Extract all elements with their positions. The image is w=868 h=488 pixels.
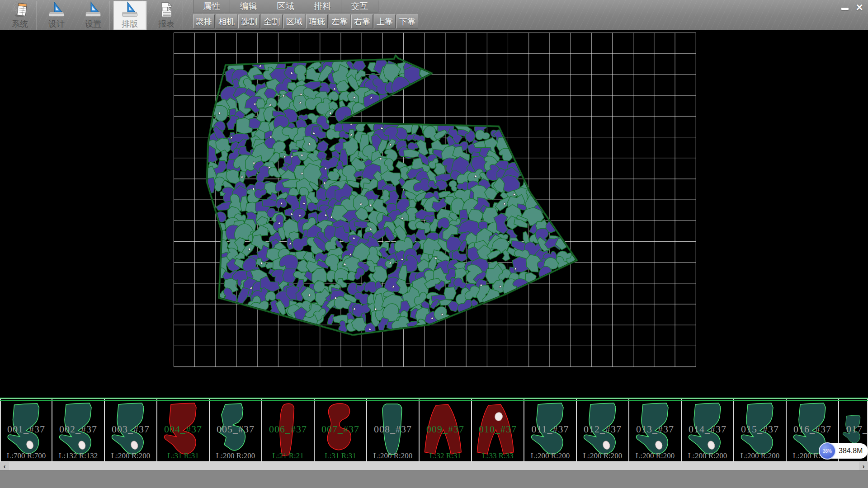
menu-tab-bar: 属性编辑区域排料交互 [193, 0, 419, 13]
app-button-system[interactable]: 系统 [4, 1, 37, 30]
app-button-label: 排版 [122, 19, 138, 29]
minimize-icon [841, 8, 849, 10]
piece-thumbnail[interactable]: 004_#37L:31 R:31 [157, 399, 210, 462]
piece-id-label: 015_#37 [734, 423, 786, 435]
piece-lr-count: L:200 R:200 [105, 451, 156, 460]
piece-id-label: 005_#37 [210, 423, 261, 435]
horizontal-scrollbar[interactable]: ‹ › [0, 462, 868, 470]
toolbar: 系统 设计 设置 [0, 0, 868, 30]
piece-lr-count: L:200 R:200 [210, 451, 261, 460]
piece-thumbnail[interactable]: 013_#37L:200 R:200 [629, 399, 682, 462]
piece-thumbnail[interactable]: 001_#37L:700 R:700 [0, 399, 52, 462]
piece-thumbnail[interactable]: 011_#37L:200 R:200 [524, 399, 577, 462]
piece-lr-count: L:32 R:31 [420, 451, 471, 460]
app-button-settings[interactable]: 设置 [77, 1, 110, 30]
nesting-svg [0, 30, 868, 398]
piece-lr-count: L:200 R:200 [524, 451, 576, 460]
scroll-left-arrow[interactable]: ‹ [0, 462, 9, 470]
piece-id-label: 007_#37 [315, 423, 366, 435]
tool-cut-all[interactable]: 全割 [261, 14, 283, 28]
piece-lr-count: L:31 R:31 [315, 451, 366, 460]
menu-tab-region[interactable]: 区域 [267, 0, 304, 13]
piece-id-label: 009_#37 [420, 423, 471, 435]
piece-thumbnail[interactable]: 007_#37L:31 R:31 [315, 399, 367, 462]
piece-thumbnail[interactable]: 005_#37L:200 R:200 [210, 399, 262, 462]
design-icon [47, 1, 66, 19]
tool-snap-left[interactable]: 左靠 [329, 14, 350, 28]
system-icon [11, 1, 29, 19]
piece-lr-count: L:200 R:200 [629, 451, 681, 460]
app-button-label: 报表 [158, 19, 175, 29]
memory-usage-badge: 38% 384.8M [820, 443, 868, 459]
piece-id-label: 002_#37 [52, 423, 104, 435]
piece-lr-count: L:200 R:200 [577, 451, 628, 460]
app-button-report[interactable]: 报表 [150, 1, 183, 30]
scroll-right-arrow[interactable]: › [859, 462, 868, 470]
tool-defect[interactable]: 瑕疵 [306, 14, 328, 28]
piece-lr-count: L:200 R:200 [734, 451, 786, 460]
app-button-label: 设置 [85, 19, 101, 29]
window-controls: × [839, 1, 866, 13]
nesting-canvas[interactable] [0, 30, 868, 398]
piece-thumbnail[interactable]: 010_#37L:33 R:33 [472, 399, 524, 462]
menu-tab-properties[interactable]: 属性 [193, 0, 230, 13]
piece-id-label: 013_#37 [629, 423, 681, 435]
tool-camera[interactable]: 相机 [216, 14, 237, 28]
tool-snap-right[interactable]: 右靠 [351, 14, 373, 28]
piece-lr-count: L:200 R:200 [682, 451, 733, 460]
piece-id-label: 004_#37 [157, 423, 209, 435]
piece-thumbnail[interactable]: 012_#37L:200 R:200 [577, 399, 629, 462]
close-icon: × [856, 1, 863, 13]
piece-id-label: 012_#37 [577, 423, 628, 435]
piece-id-label: 011_#37 [524, 423, 576, 435]
piece-id-label: 003_#37 [105, 423, 156, 435]
scrollbar-track[interactable] [9, 462, 859, 470]
piece-thumbnail[interactable]: 002_#37L:132 R:132 [52, 399, 105, 462]
tool-snap-bottom[interactable]: 下靠 [396, 14, 418, 28]
piece-id-label: 001_#37 [1, 423, 52, 435]
layout-icon [121, 1, 139, 19]
menu-tab-nesting[interactable]: 排料 [304, 0, 341, 13]
piece-lr-count: L:200 R:200 [367, 451, 419, 460]
piece-thumbnail[interactable]: 015_#37L:200 R:200 [734, 399, 787, 462]
piece-lr-count: L:31 R:31 [157, 451, 209, 460]
menu-tab-edit[interactable]: 编辑 [230, 0, 267, 13]
minimize-button[interactable] [839, 1, 851, 13]
piece-lr-count: L:700 R:700 [1, 451, 52, 460]
piece-lr-count: L:21 R:21 [262, 451, 314, 460]
piece-thumbnail[interactable]: 003_#37L:200 R:200 [105, 399, 157, 462]
piece-id-label: 008_#37 [367, 423, 419, 435]
tool-select-cut[interactable]: 选割 [238, 14, 260, 28]
progress-circle: 38% [819, 442, 836, 460]
status-bar [0, 470, 868, 488]
piece-lr-count: L:33 R:33 [472, 451, 524, 460]
piece-lr-count: L:132 R:132 [52, 451, 104, 460]
piece-thumbnail[interactable]: 014_#37L:200 R:200 [682, 399, 734, 462]
app-button-group: 系统 设计 设置 [0, 0, 183, 30]
tool-button-bar: 聚排相机选割全割区域瑕疵左靠右靠上靠下靠 [193, 14, 419, 28]
progress-percent: 38% [823, 449, 832, 454]
menu-tab-interact[interactable]: 交互 [341, 0, 378, 13]
tool-cluster-nest[interactable]: 聚排 [193, 14, 215, 28]
app-button-label: 系统 [12, 19, 28, 29]
tool-region[interactable]: 区域 [283, 14, 305, 28]
report-icon [157, 1, 175, 19]
piece-id-label: 014_#37 [682, 423, 733, 435]
piece-id-label: 017_#37 [839, 423, 868, 435]
app-button-label: 设计 [48, 19, 65, 29]
piece-id-label: 006_#37 [262, 423, 314, 435]
tool-snap-top[interactable]: 上靠 [374, 14, 396, 28]
piece-id-label: 016_#37 [787, 423, 838, 435]
close-button[interactable]: × [853, 1, 866, 13]
app-button-design[interactable]: 设计 [40, 1, 73, 30]
piece-thumbnail[interactable]: 009_#37L:32 R:31 [420, 399, 472, 462]
application-window: 系统 设计 设置 [0, 0, 868, 488]
settings-icon [84, 1, 102, 19]
piece-thumbnail[interactable]: 008_#37L:200 R:200 [367, 399, 420, 462]
piece-thumbnail[interactable]: 006_#37L:21 R:21 [262, 399, 315, 462]
menu-and-tools: 属性编辑区域排料交互 聚排相机选割全割区域瑕疵左靠右靠上靠下靠 [193, 0, 419, 28]
piece-thumbnail-strip: 001_#37L:700 R:700002_#37L:132 R:132003_… [0, 398, 868, 462]
piece-id-label: 010_#37 [472, 423, 524, 435]
memory-value: 384.8M [839, 447, 863, 455]
app-button-layout[interactable]: 排版 [113, 1, 146, 30]
